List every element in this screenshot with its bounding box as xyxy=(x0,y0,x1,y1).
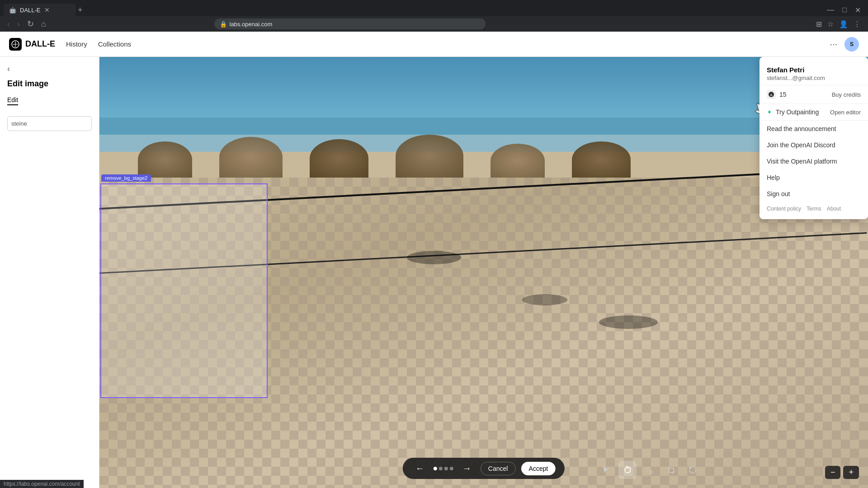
canvas-area: remove_bg_stage2 ← → Cancel Accept xyxy=(99,57,868,488)
address-input[interactable]: 🔒 labs.openai.com xyxy=(214,19,486,29)
user-dropdown-menu: Stefan Petri stefanst...@gmail.com A 15 … xyxy=(760,57,868,219)
dropdown-credits-row: A 15 Buy credits xyxy=(760,85,868,104)
zoom-in-button[interactable]: + xyxy=(843,466,859,479)
new-tab-button[interactable]: + xyxy=(78,5,83,15)
forward-button[interactable]: › xyxy=(15,18,22,31)
crop-icon xyxy=(666,465,676,475)
dropdown-user-name: Stefan Petri xyxy=(767,66,861,74)
active-tab[interactable]: 🤖 DALL-E ✕ xyxy=(4,4,76,16)
bookmark-icon[interactable]: ☆ xyxy=(826,18,835,30)
browser-chrome: 🤖 DALL-E ✕ + — □ ✕ ‹ › ↻ ⌂ 🔒 labs.openai… xyxy=(0,0,868,32)
app-name: DALL-E xyxy=(25,39,55,49)
dot-2 xyxy=(439,467,443,470)
credits-icon: A xyxy=(767,90,776,99)
open-editor-button[interactable]: Open editor xyxy=(830,109,861,116)
prompt-input[interactable] xyxy=(7,116,92,131)
profile-icon[interactable]: 👤 xyxy=(837,18,850,30)
dot-1 xyxy=(434,467,437,470)
umbrella-5 xyxy=(491,144,545,178)
edit-tab[interactable]: Edit xyxy=(7,96,18,105)
reload-button[interactable]: ↻ xyxy=(25,17,36,31)
app-header: DALL-E History Collections ··· S xyxy=(0,32,868,57)
maximize-button[interactable]: □ xyxy=(839,6,850,14)
select-tool[interactable] xyxy=(597,461,615,479)
buy-credits-button[interactable]: Buy credits xyxy=(832,91,861,98)
umbrella-4 xyxy=(396,135,463,178)
umbrella-2 xyxy=(219,137,283,178)
tab-bar: 🤖 DALL-E ✕ + — □ ✕ xyxy=(0,0,868,16)
main-area: ‹ Edit image Edit xyxy=(0,57,868,488)
zoom-out-button[interactable]: − xyxy=(825,466,841,479)
more-options-button[interactable]: ··· xyxy=(828,37,839,51)
content-policy-link[interactable]: Content policy xyxy=(767,206,801,212)
umbrellas-area xyxy=(138,91,830,178)
address-text: labs.openai.com xyxy=(230,21,273,28)
selection-box: remove_bg_stage2 xyxy=(100,183,268,398)
outpainting-left: ✦ Try Outpainting xyxy=(767,108,819,116)
global-tool-bar xyxy=(597,461,702,479)
history-nav[interactable]: History xyxy=(66,38,87,50)
close-button[interactable]: ✕ xyxy=(851,6,864,14)
edit-image-title: Edit image xyxy=(7,79,92,89)
read-announcement-item[interactable]: Read the announcement xyxy=(760,121,868,137)
cancel-button[interactable]: Cancel xyxy=(481,462,516,475)
sign-out-item[interactable]: Sign out xyxy=(760,186,868,202)
logo-icon xyxy=(9,38,22,51)
dropdown-header: Stefan Petri stefanst...@gmail.com xyxy=(760,61,868,85)
terms-link[interactable]: Terms xyxy=(807,206,821,212)
try-outpainting-label: Try Outpainting xyxy=(776,108,819,116)
dropdown-email: stefanst...@gmail.com xyxy=(767,75,861,81)
sidebar: ‹ Edit image Edit xyxy=(0,57,99,488)
minimize-button[interactable]: — xyxy=(823,6,838,14)
svg-rect-2 xyxy=(669,468,674,473)
tab-close-button[interactable]: ✕ xyxy=(44,6,50,14)
next-button[interactable]: → xyxy=(459,461,475,475)
selection-inner xyxy=(101,184,267,397)
hand-tool[interactable] xyxy=(618,461,637,479)
about-link[interactable]: About xyxy=(827,206,841,212)
back-button[interactable]: ‹ xyxy=(7,64,92,74)
collections-nav[interactable]: Collections xyxy=(98,38,131,50)
crop-tool[interactable] xyxy=(662,461,680,479)
browser-toolbar-icons: ⊞ ☆ 👤 ⋮ xyxy=(814,18,863,30)
join-discord-item[interactable]: Join the OpenAI Discord xyxy=(760,137,868,153)
extensions-icon[interactable]: ⊞ xyxy=(814,18,824,30)
umbrella-6 xyxy=(572,141,631,178)
help-item[interactable]: Help xyxy=(760,169,868,186)
visit-platform-item[interactable]: Visit the OpenAI platform xyxy=(760,153,868,169)
outpainting-icon: ✦ xyxy=(767,108,772,116)
header-right: ··· S xyxy=(828,37,859,52)
refresh-tool[interactable] xyxy=(684,461,702,479)
address-bar: ‹ › ↻ ⌂ 🔒 labs.openai.com ⊞ ☆ 👤 ⋮ xyxy=(0,16,868,32)
dot-3 xyxy=(444,467,448,470)
tab-favicon: 🤖 xyxy=(9,7,16,14)
dots-indicator xyxy=(434,467,453,470)
shadow-2 xyxy=(522,294,567,305)
credits-svg-icon: A xyxy=(768,91,774,98)
tab-title: DALL-E xyxy=(20,7,41,14)
lasso-tool[interactable] xyxy=(640,461,658,479)
zoom-controls: − + xyxy=(825,466,859,479)
refresh-icon xyxy=(688,465,698,475)
accept-button[interactable]: Accept xyxy=(521,462,556,475)
lasso-icon xyxy=(644,465,654,475)
umbrella-1 xyxy=(138,141,192,178)
settings-icon[interactable]: ⋮ xyxy=(852,18,863,30)
status-url: https://labs.openai.com/account xyxy=(4,481,80,487)
bottom-controls: ← → Cancel Accept xyxy=(403,458,565,479)
prev-button[interactable]: ← xyxy=(412,461,428,475)
hand-icon xyxy=(623,465,632,475)
back-button[interactable]: ‹ xyxy=(5,18,12,31)
selection-tooltip: remove_bg_stage2 xyxy=(101,174,151,182)
credits-left: A 15 xyxy=(767,90,787,99)
back-icon: ‹ xyxy=(7,64,10,74)
credits-count: 15 xyxy=(779,91,787,98)
umbrella-3 xyxy=(310,139,368,178)
user-avatar[interactable]: S xyxy=(844,37,859,52)
home-button[interactable]: ⌂ xyxy=(39,18,48,31)
status-bar: https://labs.openai.com/account xyxy=(0,480,84,488)
svg-text:A: A xyxy=(770,93,773,97)
outpainting-row: ✦ Try Outpainting Open editor xyxy=(760,104,868,121)
app-logo: DALL-E xyxy=(9,38,55,51)
svg-point-1 xyxy=(650,471,652,474)
